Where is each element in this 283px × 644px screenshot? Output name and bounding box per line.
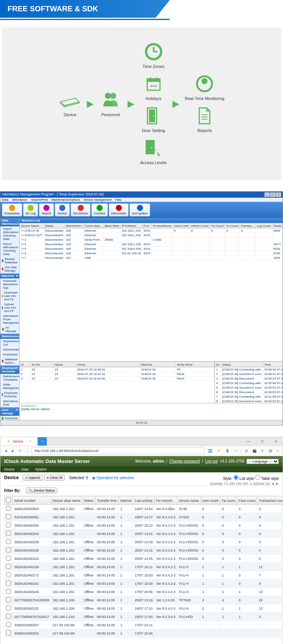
sidebar-item[interactable]: Maintenance Timetables (0, 374, 19, 382)
op-for-selected[interactable]: ◉ Operation for selected (92, 476, 134, 480)
column-header[interactable]: Passwo... (240, 223, 255, 229)
sidebar-item[interactable]: Backup Database (0, 257, 19, 265)
column-header[interactable]: Status (82, 496, 95, 505)
language-select[interactable]: --- Language --- (246, 459, 279, 464)
column-header[interactable]: Transaction count (257, 496, 283, 505)
toolbar-connect[interactable]: Connect (91, 203, 108, 217)
download-icon[interactable]: ⬇ (260, 449, 265, 453)
column-header[interactable]: Log Count (255, 223, 272, 229)
change-password-link[interactable]: Change password (169, 459, 200, 463)
toolbar-disconnect[interactable]: Disconnect (109, 203, 129, 217)
row-checkbox[interactable] (6, 589, 11, 594)
sidebar-item[interactable]: Timezone (0, 416, 19, 420)
table-row[interactable]: 3399201800324217.65.194.8800:00;14:05117… (5, 629, 283, 638)
sidebar-item[interactable]: Download attendance logs (0, 278, 19, 290)
toolbar-report[interactable]: Report (39, 203, 54, 217)
column-header[interactable]: IP Address (120, 223, 142, 229)
column-header[interactable]: Verify Mode (175, 362, 214, 367)
column-header[interactable]: Id (20, 362, 31, 367)
sidebar-item[interactable]: Export Attendance Checking Data (0, 241, 19, 257)
minimize-button[interactable]: — (242, 437, 255, 446)
nav-item[interactable]: Data (22, 467, 29, 471)
extension-icon[interactable]: ⊞ (244, 449, 249, 453)
sidebar-item[interactable]: Attendance Rule (0, 399, 19, 407)
column-header[interactable]: Fp Count (210, 223, 225, 229)
browser-tab[interactable]: ⚡Device× (0, 437, 38, 446)
table-row[interactable]: 2[CHECK IN] Succeed in conn16:08:41 07-2… (215, 372, 283, 377)
table-row[interactable]: 3929182460238192.168.1.201Offline00:00;1… (5, 538, 283, 546)
table-row[interactable]: ↪ CHECK OUTDisconnected109Ethernet192.16… (20, 233, 282, 238)
table-row[interactable]: 6[CHECK IN] Disconnect16:39:03 07-25 (215, 390, 283, 395)
table-row[interactable]: 3929182460224192.168.1.201Offline00:00;1… (5, 555, 283, 563)
reload-button[interactable]: ⟳ (18, 449, 23, 453)
row-checkbox[interactable] (6, 597, 11, 602)
new-tab-button[interactable]: + (38, 437, 47, 446)
toolbar-exit-system[interactable]: Exit system (129, 203, 150, 217)
close-tab-icon[interactable]: × (29, 440, 31, 443)
row-checkbox[interactable] (6, 630, 11, 635)
table-row[interactable]: ↪ 6Disconnected106Ethernet101.81.228.394… (20, 251, 282, 256)
sidebar-item[interactable]: Department List (0, 339, 19, 347)
column-header[interactable]: Fp count (220, 496, 237, 505)
sidebar-header[interactable]: door manage▾ (0, 407, 19, 416)
table-row[interactable]: 123232018-07-25 16:08:39CHECK INFP (20, 367, 214, 372)
column-header[interactable]: Device Name (20, 223, 43, 229)
address-bar[interactable]: http://192.168.1.88:8082/iclock/data/icl… (32, 447, 205, 454)
nav-item[interactable]: System (35, 467, 47, 471)
column-header[interactable]: sTime (76, 362, 140, 367)
column-header[interactable]: ID (215, 362, 221, 367)
sidebar-item[interactable]: Database Option... (0, 357, 19, 365)
sidebar-item[interactable]: Import Attendance Checking Data (0, 226, 19, 241)
device-table[interactable]: Serial numberDevice alias nameStatusTran… (4, 496, 283, 638)
row-checkbox[interactable] (6, 564, 11, 569)
menu-item[interactable]: Attendance (12, 198, 27, 201)
nav-prev[interactable]: ◄ (271, 482, 275, 486)
toolbar-employees[interactable]: Employees (2, 203, 22, 217)
forward-button[interactable]: ▶ (11, 449, 15, 453)
row-checkbox[interactable] (6, 531, 11, 536)
column-header[interactable]: UserCount (173, 223, 190, 229)
column-header[interactable]: Interval (118, 496, 133, 505)
row-checkbox[interactable] (6, 614, 11, 619)
column-header[interactable]: MachineNo. (65, 223, 83, 229)
sidebar-item[interactable]: Employee Schedule (0, 390, 19, 399)
column-header[interactable]: ProductName (152, 223, 173, 229)
extension-icon[interactable]: ⚡ (215, 449, 222, 453)
sidebar-item[interactable]: Usb Disk Manage (0, 265, 19, 273)
table-row[interactable]: 7[CHECK IN] Connecting with:16:41:55 07-… (215, 395, 283, 399)
column-header[interactable] (5, 496, 13, 505)
sidebar-item[interactable]: Upload user info and FP (0, 302, 19, 314)
toolbar-device[interactable]: Device (55, 203, 70, 217)
table-row[interactable]: ↪ CHECK INDisconnected108Ethernet192.168… (20, 229, 282, 233)
nav-item[interactable]: Device (4, 467, 15, 471)
column-header[interactable]: Port (142, 223, 152, 229)
table-row[interactable]: 8[CHECK IN] Succeed in conn16:42:03 07-2… (215, 399, 283, 403)
column-header[interactable]: Serial (272, 223, 282, 229)
table-row[interactable]: 323232018-07-25 16:42:36CHECK INFACE (20, 377, 214, 381)
table-row[interactable]: 5[CHECK IN] Succeed in conn16:35:51 07-2… (215, 386, 283, 390)
device-status-button[interactable]: 🔍 Device Status (26, 487, 57, 493)
row-checkbox[interactable] (6, 622, 11, 627)
column-header[interactable]: Admin Count (190, 223, 210, 229)
extension-icon[interactable]: 💲 (224, 449, 231, 453)
sidebar-item[interactable]: Administrator (0, 347, 19, 352)
sidebar-header[interactable]: Maintenance/Options▾ (0, 334, 19, 339)
row-checkbox[interactable] (6, 547, 11, 552)
column-header[interactable]: Time (263, 362, 283, 367)
table-row[interactable]: 6669182500504192.168.1.201Offline00:00;1… (5, 505, 283, 513)
column-header[interactable]: Serial number (13, 496, 51, 505)
home-button[interactable]: ⌂ (25, 449, 29, 453)
column-header[interactable]: Face count (237, 496, 257, 505)
row-checkbox[interactable] (6, 539, 11, 544)
table-row[interactable]: ↪ 4Disconnected104Ethernet192.168.1.2054… (20, 242, 282, 247)
row-checkbox[interactable] (6, 572, 11, 577)
column-header[interactable]: Last activity (133, 496, 155, 505)
table-row[interactable]: 4[CHECK IN] Connecting with:16:35:44 07-… (215, 381, 283, 386)
table-row[interactable]: ↪ 3Disconnected103Serial Port/...38400CO… (20, 238, 282, 242)
row-checkbox[interactable] (6, 514, 11, 519)
row-checkbox[interactable] (6, 506, 11, 511)
menu-item[interactable]: Data (2, 198, 8, 201)
table-row[interactable]: 0GT708005704130008192.168.1.205Offline00… (5, 596, 283, 604)
table-row[interactable]: 3929182460172192.168.1.201Offline00:00;1… (5, 571, 283, 579)
back-button[interactable]: ◀ (3, 449, 8, 453)
